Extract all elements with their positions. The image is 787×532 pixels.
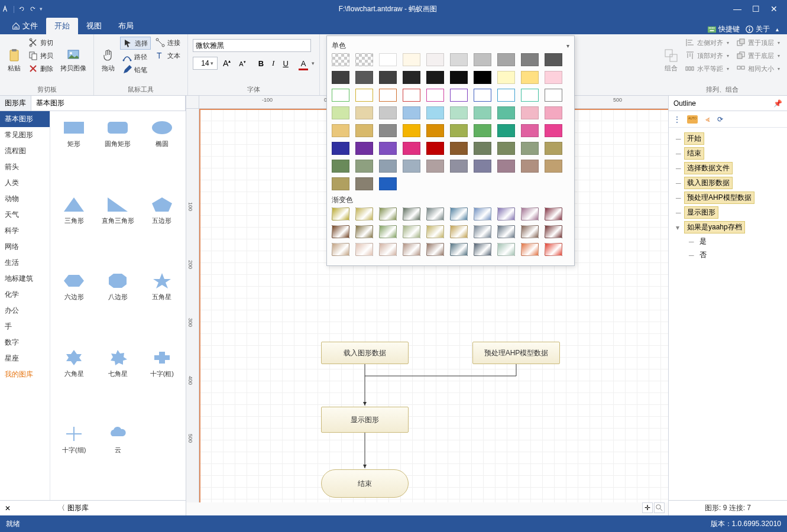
color-swatch[interactable] [497, 207, 515, 220]
shape-category-item[interactable]: 人类 [0, 175, 50, 191]
color-swatch[interactable] [545, 160, 562, 173]
color-swatch[interactable] [332, 177, 349, 190]
combine-button[interactable]: 组合 [662, 37, 681, 84]
color-swatch[interactable] [497, 142, 515, 155]
close-button[interactable]: ✕ [770, 4, 778, 14]
outline-share-icon[interactable]: ⪡ [704, 115, 711, 124]
font-size-combo[interactable] [193, 57, 218, 70]
shape-category-item[interactable]: 常见图形 [0, 127, 50, 143]
shape-item[interactable]: 云 [96, 422, 139, 495]
outline-node[interactable]: ─载入图形数据 [671, 176, 785, 190]
color-swatch[interactable] [379, 243, 397, 256]
color-swatch[interactable] [497, 53, 515, 66]
color-swatch[interactable] [332, 89, 349, 102]
color-swatch[interactable] [450, 106, 468, 119]
shape-category-item[interactable]: 办公 [0, 303, 50, 319]
shape-category-item[interactable]: 星座 [0, 351, 50, 366]
shape-category-item[interactable]: 科学 [0, 223, 50, 239]
color-swatch[interactable] [426, 142, 444, 155]
color-swatch[interactable] [355, 106, 373, 119]
shape-item[interactable]: 十字(细) [53, 422, 95, 495]
shape-category-item[interactable]: 天气 [0, 207, 50, 223]
shape-tab-library[interactable]: 图形库 [0, 96, 31, 111]
shape-category-item[interactable]: 流程图 [0, 143, 50, 159]
shape-item[interactable]: 六角星 [53, 346, 95, 419]
color-swatch[interactable] [426, 71, 444, 84]
color-swatch[interactable] [332, 243, 349, 256]
color-swatch[interactable] [474, 160, 491, 173]
shape-item[interactable]: 八边形 [96, 269, 139, 342]
color-swatch[interactable] [497, 124, 515, 137]
close-panel-button[interactable]: ✕ [5, 504, 17, 512]
color-swatch[interactable] [403, 71, 420, 84]
undo-icon[interactable] [18, 5, 25, 12]
outline-node[interactable]: ▾如果是yaahp存档 [671, 220, 785, 235]
outline-auto-icon[interactable]: AUTO [686, 115, 698, 124]
color-swatch[interactable] [545, 53, 562, 66]
color-swatch[interactable] [332, 53, 349, 66]
pin-icon[interactable]: 📌 [773, 99, 782, 108]
redo-icon[interactable] [29, 5, 36, 12]
color-swatch[interactable] [474, 106, 491, 119]
same-size-button[interactable]: 相同大小▾ [734, 63, 782, 74]
color-swatch[interactable] [355, 124, 373, 137]
outline-node[interactable]: ─是 [671, 235, 785, 248]
shape-category-item[interactable]: 网络 [0, 239, 50, 255]
color-swatch[interactable] [521, 207, 539, 220]
color-swatch[interactable] [497, 106, 515, 119]
color-swatch[interactable] [426, 243, 444, 256]
back-to-library[interactable]: 〈图形库 [17, 503, 181, 513]
color-swatch[interactable] [332, 106, 349, 119]
color-swatch[interactable] [450, 53, 468, 66]
color-swatch[interactable] [332, 160, 349, 173]
color-swatch[interactable] [403, 207, 420, 220]
color-swatch[interactable] [403, 243, 420, 256]
shape-category-item[interactable]: 动物 [0, 191, 50, 207]
color-swatch[interactable] [379, 207, 397, 220]
color-swatch[interactable] [355, 89, 373, 102]
about-button[interactable]: 关于 [746, 24, 770, 34]
color-swatch[interactable] [521, 124, 539, 137]
outline-node[interactable]: ─选择数据文件 [671, 161, 785, 176]
shape-category-item[interactable]: 数字 [0, 335, 50, 351]
color-swatch[interactable] [426, 106, 444, 119]
color-swatch[interactable] [403, 106, 420, 119]
color-swatch[interactable] [379, 89, 397, 102]
color-swatch[interactable] [355, 177, 373, 190]
tab-view[interactable]: 视图 [78, 18, 110, 34]
color-swatch[interactable] [355, 225, 373, 238]
underline-button[interactable]: U [280, 58, 290, 69]
color-swatch[interactable] [521, 142, 539, 155]
color-swatch[interactable] [450, 124, 468, 137]
color-swatch[interactable] [450, 225, 468, 238]
path-tool-button[interactable]: 路径 [120, 51, 151, 63]
flow-load-data[interactable]: 载入图形数据 [321, 342, 409, 364]
font-color-dropdown-icon[interactable]: ▾ [312, 60, 315, 66]
minimize-button[interactable]: — [733, 4, 741, 14]
shape-item[interactable]: 椭圆 [141, 116, 183, 189]
color-swatch[interactable] [379, 160, 397, 173]
color-swatch[interactable] [521, 225, 539, 238]
color-swatch[interactable] [332, 124, 349, 137]
color-swatch[interactable] [450, 243, 468, 256]
shape-category-item[interactable]: 箭头 [0, 159, 50, 175]
color-swatch[interactable] [403, 225, 420, 238]
color-swatch[interactable] [474, 89, 491, 102]
color-swatch[interactable] [379, 106, 397, 119]
shape-item[interactable]: 三角形 [53, 193, 95, 266]
shape-category-item[interactable]: 基本图形 [0, 111, 50, 127]
shape-item[interactable]: 矩形 [53, 116, 95, 189]
shape-category-item[interactable]: 手 [0, 319, 50, 335]
copy-image-button[interactable]: 拷贝图像 [58, 37, 89, 84]
color-swatch[interactable] [545, 71, 562, 84]
color-swatch[interactable] [497, 243, 515, 256]
hspace-button[interactable]: 水平等距▾ [683, 63, 731, 74]
color-swatch[interactable] [521, 53, 539, 66]
shape-category-item[interactable]: 地标建筑 [0, 271, 50, 287]
color-swatch[interactable] [426, 160, 444, 173]
send-back-button[interactable]: 置于底层▾ [734, 50, 782, 61]
color-swatch[interactable] [426, 53, 444, 66]
outline-node[interactable]: ─开始 [671, 131, 785, 146]
shape-item[interactable]: 圆角矩形 [96, 116, 139, 189]
outline-node[interactable]: ─否 [671, 248, 785, 262]
